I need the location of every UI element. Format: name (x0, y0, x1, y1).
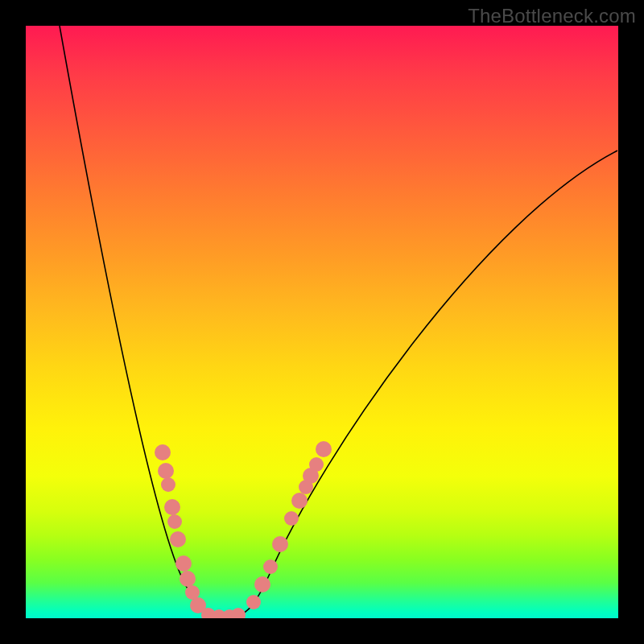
beads-bottom (201, 608, 246, 618)
data-bead (254, 576, 270, 592)
beads-left (155, 444, 206, 613)
data-bead (263, 559, 278, 574)
chart-frame: TheBottleneck.com (0, 0, 644, 644)
data-bead (316, 441, 332, 457)
data-bead (167, 514, 182, 529)
beads-right (246, 441, 332, 609)
data-bead (161, 477, 175, 492)
data-bead (170, 531, 186, 547)
bottleneck-curve (60, 26, 617, 617)
data-bead (164, 499, 180, 515)
curve-svg (26, 26, 618, 618)
data-bead (231, 608, 246, 618)
data-bead (291, 493, 308, 509)
plot-area (26, 26, 618, 618)
data-bead (272, 536, 288, 552)
data-bead (309, 457, 324, 472)
data-bead (180, 571, 196, 587)
data-bead (246, 595, 261, 609)
data-bead (175, 555, 192, 572)
data-bead (284, 511, 299, 526)
data-bead (155, 444, 171, 460)
watermark-text: TheBottleneck.com (468, 5, 636, 27)
data-bead (158, 463, 174, 479)
